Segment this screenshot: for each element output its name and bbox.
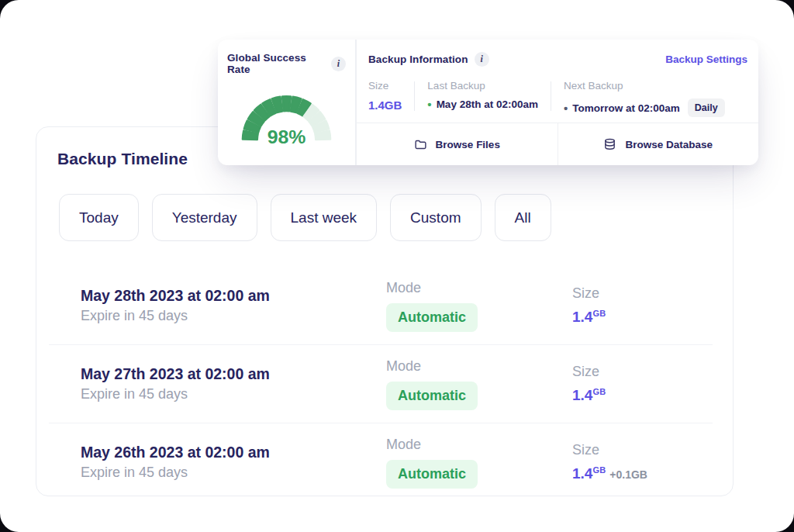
stat-size-value: 1.4GB [368,98,402,112]
backup-expiry: Expire in 45 days [81,308,386,324]
success-gauge: 98% [227,83,346,147]
stats-card-footer: Browse Files Browse Database [357,123,758,165]
backup-expiry: Expire in 45 days [81,465,386,481]
filter-row: Today Yesterday Last week Custom All [59,194,551,241]
page-title: Backup Timeline [57,150,188,168]
info-icon[interactable]: i [331,57,346,71]
browse-database-label: Browse Database [625,139,713,150]
backup-list: May 28th 2023 at 02:00 am Expire in 45 d… [36,267,733,501]
stat-size: Size 1.4GB [368,80,413,112]
backup-size-unit: GB [592,387,606,396]
stat-next-backup-value: Tomorrow at 02:00am [572,102,680,114]
backup-row: May 27th 2023 at 02:00 am Expire in 45 d… [36,345,733,423]
gauge-value: 98% [268,126,306,147]
backup-expiry: Expire in 45 days [81,386,386,402]
backup-size-unit: GB [592,309,606,318]
backup-size: 1.4 [572,465,592,482]
mode-column-label: Mode [386,358,572,375]
backup-row: May 28th 2023 at 02:00 am Expire in 45 d… [36,267,733,344]
backup-size-block: Size 1.4GB [572,285,733,326]
mode-column-label: Mode [386,280,572,296]
stat-next-backup-label: Next Backup [564,80,725,92]
backup-size: 1.4 [572,387,592,403]
backup-date: May 28th 2023 at 02:00 am [81,287,386,305]
info-icon[interactable]: i [475,52,489,67]
backup-row: May 26th 2023 at 02:00 am Expire in 45 d… [36,423,733,501]
backup-stats-row: Size 1.4GB Last Backup • May 28th at 02:… [357,67,758,123]
stat-last-backup: Last Backup • May 28th at 02:00am [427,80,549,110]
divider [414,81,415,111]
backup-date: May 26th 2023 at 02:00 am [81,444,386,461]
filter-all[interactable]: All [495,194,551,241]
filter-custom[interactable]: Custom [390,194,481,241]
app-canvas: Global Success Rate i 98% Backup Informa… [0,0,794,532]
status-dot-gray: • [564,102,568,114]
size-column-label: Size [572,442,733,458]
backup-mode-block: Mode Automatic [386,280,572,332]
folder-icon [414,138,427,151]
backup-timeline-panel: Backup Timeline Today Yesterday Last wee… [36,126,734,496]
frequency-badge: Daily [688,98,725,117]
stat-last-backup-value: May 28th at 02:00am [437,98,538,110]
global-success-rate-section: Global Success Rate i 98% [218,40,357,165]
browse-files-button[interactable]: Browse Files [357,123,558,165]
stat-last-backup-label: Last Backup [427,80,538,92]
mode-badge: Automatic [386,460,478,489]
filter-today[interactable]: Today [59,194,139,241]
stat-size-label: Size [368,80,402,92]
backup-date-block: May 27th 2023 at 02:00 am Expire in 45 d… [81,365,386,402]
size-column-label: Size [572,285,733,302]
backup-mode-block: Mode Automatic [386,358,572,410]
size-column-label: Size [572,364,733,380]
mode-column-label: Mode [386,437,572,453]
backup-size-unit: GB [592,465,606,475]
backup-size-block: Size 1.4GB+0.1GB [572,442,733,482]
browse-database-button[interactable]: Browse Database [558,123,759,165]
backup-date-block: May 28th 2023 at 02:00 am Expire in 45 d… [81,287,386,324]
global-success-rate-title: Global Success Rate [227,52,325,75]
backup-settings-link[interactable]: Backup Settings [665,54,747,65]
backup-date: May 27th 2023 at 02:00 am [81,365,386,383]
backup-date-block: May 26th 2023 at 02:00 am Expire in 45 d… [81,444,386,481]
backup-size-extra: +0.1GB [609,468,647,481]
backup-size-block: Size 1.4GB [572,364,733,404]
browse-files-label: Browse Files [436,139,500,150]
divider [551,81,551,111]
backup-information-section: Backup Information i Backup Settings Siz… [357,40,758,165]
backup-size: 1.4 [572,309,592,325]
mode-badge: Automatic [386,382,478,410]
filter-last-week[interactable]: Last week [271,194,378,241]
status-dot-green: • [427,98,431,110]
database-icon [603,138,616,151]
stat-next-backup: Next Backup • Tomorrow at 02:00am Daily [564,80,736,117]
backup-mode-block: Mode Automatic [386,437,572,489]
filter-yesterday[interactable]: Yesterday [152,194,257,241]
stats-card: Global Success Rate i 98% Backup Informa… [218,40,758,165]
backup-information-title: Backup Information [368,54,468,65]
mode-badge: Automatic [386,303,478,332]
